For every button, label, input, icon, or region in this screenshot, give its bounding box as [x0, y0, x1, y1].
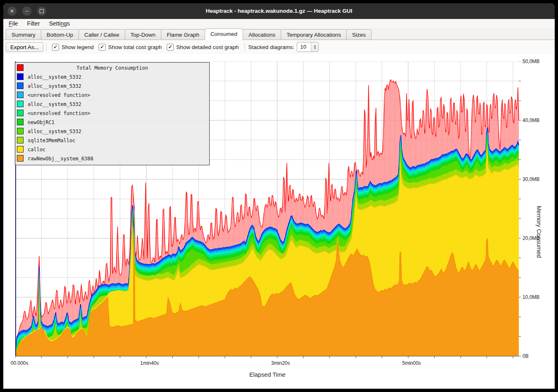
- tab-consumed[interactable]: Consumed: [205, 28, 243, 40]
- y-axis-title: Memory Consumed: [536, 206, 542, 258]
- menu-item-filter[interactable]: Filter: [24, 19, 44, 28]
- y-tick-label: 30,0MB: [523, 176, 539, 182]
- legend-swatch: [17, 128, 24, 134]
- legend-swatch: [17, 82, 24, 89]
- legend-label: sqlite3MemMalloc: [28, 138, 76, 143]
- legend-label: calloc: [28, 147, 45, 153]
- stacked-diagrams-spinner[interactable]: 10 ▲ ▼: [297, 42, 319, 52]
- tab-temporary-allocations[interactable]: Temporary Allocations: [281, 29, 347, 40]
- checkbox-show-total-cost-graph[interactable]: ✓Show total cost graph: [99, 44, 162, 51]
- window-title: Heaptrack - heaptrack.wakunode.1.gz — He…: [3, 3, 555, 19]
- tab-bottom-up[interactable]: Bottom-Up: [41, 29, 79, 40]
- legend-swatch: [17, 64, 24, 71]
- tab-caller-callee[interactable]: Caller / Callee: [78, 29, 125, 40]
- legend-swatch: [17, 137, 24, 143]
- legend-label: alloc__system_5332: [28, 74, 81, 80]
- menu-item-file[interactable]: File: [5, 19, 22, 28]
- x-tick-label: 00.000s: [11, 360, 28, 366]
- legend-title-row: Total Memory Consumption: [15, 63, 209, 73]
- spinner-value[interactable]: 10: [297, 42, 311, 52]
- checkbox-label: Show detailed cost graph: [176, 44, 239, 50]
- spinner-buttons[interactable]: ▲ ▼: [311, 42, 318, 52]
- legend-swatch: [17, 146, 24, 153]
- legend-label: rawNewObj__system_6388: [28, 156, 93, 162]
- checkbox-box[interactable]: ✓: [99, 44, 106, 51]
- export-as-button[interactable]: Export As...: [6, 42, 43, 52]
- checkbox-box[interactable]: ✓: [52, 44, 59, 51]
- checkbox-group: ✓Show legend✓Show total cost graph✓Show …: [50, 44, 241, 51]
- tab-allocations[interactable]: Allocations: [243, 29, 281, 40]
- legend-swatch: [17, 73, 24, 80]
- legend-label: <unresolved function>: [28, 92, 90, 98]
- menu-item-settings[interactable]: Settings: [45, 19, 74, 28]
- tab-flame-graph[interactable]: Flame Graph: [161, 29, 205, 40]
- legend-item: alloc__system_5332: [15, 82, 209, 91]
- chart-region: 0B10,0MB20,0MB30,0MB40,0MB50,0MB 00.000s…: [3, 54, 555, 389]
- legend-swatch: [17, 101, 24, 107]
- legend-item: alloc__system_5332: [15, 100, 209, 109]
- legend-item: sqlite3MemMalloc: [15, 136, 209, 145]
- y-tick-label: 10,0MB: [523, 294, 539, 300]
- tab-bar: SummaryBottom-UpCaller / CalleeTop-DownF…: [3, 28, 555, 40]
- legend-label: newObjRC1: [28, 120, 54, 125]
- tab-summary[interactable]: Summary: [6, 29, 41, 40]
- legend-swatch: [17, 110, 24, 116]
- checkbox-show-detailed-cost-graph[interactable]: ✓Show detailed cost graph: [167, 44, 239, 51]
- x-tick-label: 3min20s: [271, 360, 290, 366]
- x-axis-title: Elapsed Time: [177, 371, 358, 378]
- y-tick-label: 40,0MB: [523, 117, 539, 123]
- legend-label: alloc__system_5332: [28, 83, 81, 89]
- checkbox-label: Show legend: [61, 44, 94, 50]
- legend-item: newObjRC1: [15, 118, 209, 127]
- title-bar[interactable]: ✕ – Heaptrack - heaptrack.wakunode.1.gz …: [3, 3, 555, 19]
- menu-bar: FileFilterSettings: [3, 19, 555, 28]
- tab-sizes[interactable]: Sizes: [346, 29, 371, 40]
- x-tick-label: 5min00s: [402, 360, 421, 366]
- checkbox-box[interactable]: ✓: [167, 44, 174, 51]
- legend-item: alloc__system_5332: [15, 73, 209, 82]
- legend-label: alloc__system_5332: [28, 129, 81, 134]
- legend-label: <unresolved function>: [28, 110, 90, 116]
- legend-item: <unresolved function>: [15, 91, 209, 100]
- legend-label: alloc__system_5332: [28, 101, 81, 107]
- legend-item: rawNewObj__system_6388: [15, 154, 209, 163]
- checkbox-show-legend[interactable]: ✓Show legend: [52, 44, 94, 51]
- legend-item: calloc: [15, 145, 209, 154]
- checkbox-label: Show total cost graph: [108, 44, 162, 50]
- stacked-diagrams-label: Stacked diagrams:: [248, 44, 295, 50]
- x-tick-label: 1min40s: [140, 360, 159, 366]
- legend-title: Total Memory Consumption: [15, 65, 209, 71]
- y-tick-label: 0B: [523, 353, 529, 359]
- app-window: ✕ – Heaptrack - heaptrack.wakunode.1.gz …: [3, 3, 555, 389]
- legend-item: alloc__system_5332: [15, 127, 209, 136]
- toolbar-separator: [244, 43, 245, 51]
- spin-down-icon[interactable]: ▼: [314, 47, 316, 49]
- tab-top-down[interactable]: Top-Down: [125, 29, 161, 40]
- chart-legend: Total Memory Consumptionalloc__system_53…: [15, 62, 210, 165]
- y-tick-label: 50,0MB: [523, 59, 539, 64]
- legend-item: <unresolved function>: [15, 109, 209, 118]
- legend-swatch: [17, 155, 24, 162]
- legend-swatch: [17, 92, 24, 98]
- toolbar: Export As... ✓Show legend✓Show total cos…: [3, 40, 555, 54]
- toolbar-separator: [46, 43, 47, 51]
- legend-swatch: [17, 119, 24, 125]
